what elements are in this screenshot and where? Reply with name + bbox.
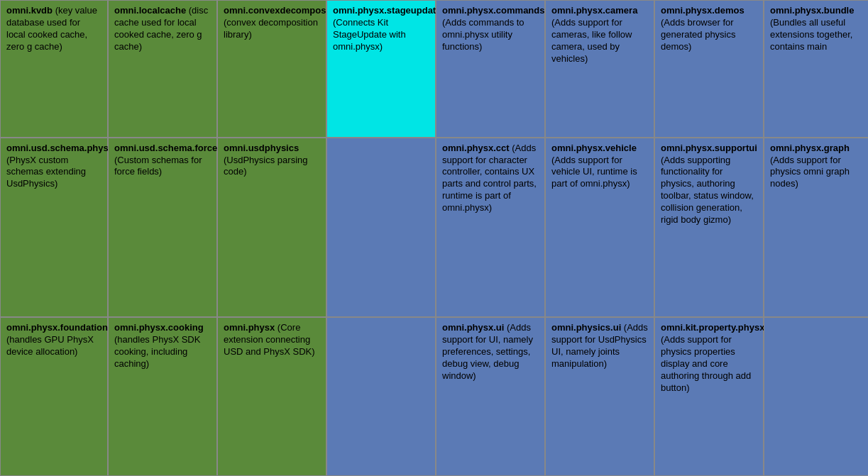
cell-r2c8: omni.physx.graph (Adds support for physi… (764, 138, 868, 318)
cell-r3c3: omni.physx (Core extension connecting US… (217, 317, 326, 476)
cell-r1c2: omni.localcache (disc cache used for loc… (108, 0, 217, 138)
cell-r1c1: omni.kvdb (key value database used for l… (0, 0, 108, 138)
cell-r1c6: omni.physx.camera (Adds support for came… (545, 0, 654, 138)
cell-r3c7: omni.kit.property.physx (Adds support fo… (654, 317, 764, 476)
cell-r2c3: omni.usdphysics (UsdPhysics parsing code… (217, 138, 326, 318)
cell-r2c7: omni.physx.supportui (Adds supporting fu… (654, 138, 764, 318)
cell-r3c2: omni.physx.cooking (handles PhysX SDK co… (108, 317, 217, 476)
cell-r3c1: omni.physx.foundation (handles GPU PhysX… (0, 317, 108, 476)
cell-r1c5: omni.physx.commands (Adds commands to om… (436, 0, 545, 138)
cell-r3c6: omni.physics.ui (Adds support for UsdPhy… (545, 317, 654, 476)
cell-r1c4: omni.physx.stageupdate (Connects Kit Sta… (326, 0, 436, 138)
cell-r1c7: omni.physx.demos (Adds browser for gener… (654, 0, 764, 138)
cell-r1c3: omni.convexdecomposition (convex decompo… (217, 0, 326, 138)
cell-r3c5: omni.physx.ui (Adds support for UI, name… (436, 317, 545, 476)
cell-r2c6: omni.physx.vehicle (Adds support for veh… (545, 138, 654, 318)
cell-r3c4 (326, 317, 436, 476)
cell-r2c2: omni.usd.schema.forcefields (Custom sche… (108, 138, 217, 318)
cell-r2c5: omni.physx.cct (Adds support for charact… (436, 138, 545, 318)
cell-r2c4 (326, 138, 436, 318)
cell-r2c1: omni.usd.schema.physx (PhysX custom sche… (0, 138, 108, 318)
cell-r1c8: omni.physx.bundle (Bundles all useful ex… (764, 0, 868, 138)
cell-r3c8 (764, 317, 868, 476)
extensions-grid: omni.kvdb (key value database used for l… (0, 0, 868, 476)
